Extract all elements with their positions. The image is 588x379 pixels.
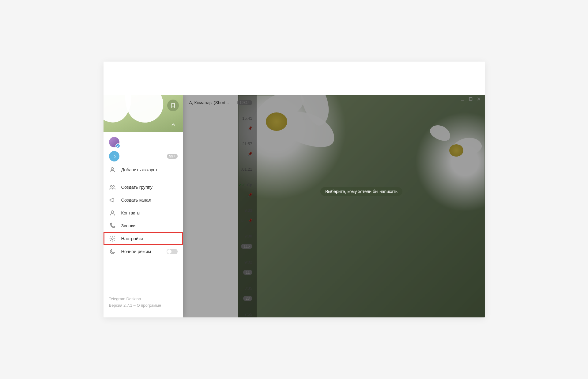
night-mode-toggle-row[interactable]: Ночной режим [104, 245, 183, 258]
drawer-header [104, 95, 183, 132]
titlebar-blank [104, 62, 485, 95]
svg-point-5 [110, 186, 112, 188]
window-controls [458, 95, 483, 103]
svg-point-8 [111, 238, 113, 240]
app-name: Telegram Desktop [109, 296, 178, 302]
menu-label: Настройки [121, 236, 143, 241]
gear-icon [109, 235, 116, 242]
avatar [109, 137, 119, 147]
accounts-section: D 99+ Добавить аккаунт [104, 132, 183, 178]
close-button[interactable] [477, 97, 481, 101]
collapse-accounts-button[interactable] [170, 122, 176, 129]
menu-label: Создать группу [121, 185, 153, 190]
version-line[interactable]: Версия 2.7.1 – О программе [109, 302, 178, 309]
avatar: D [109, 151, 119, 161]
night-mode-toggle[interactable] [167, 249, 178, 254]
megaphone-icon [109, 197, 116, 203]
menu-label: Звонки [121, 223, 136, 228]
svg-point-7 [111, 211, 113, 213]
hamburger-drawer: D 99+ Добавить аккаунт [104, 95, 183, 317]
avatar-initial: D [112, 154, 116, 159]
svg-point-4 [111, 168, 113, 170]
chat-main-area: Выберите, кому хотели бы написать [238, 95, 485, 317]
group-icon [109, 184, 116, 191]
active-account-check-icon [115, 143, 120, 148]
empty-chat-placeholder: Выберите, кому хотели бы написать [320, 187, 402, 196]
drawer-footer: Telegram Desktop Версия 2.7.1 – О програ… [104, 292, 183, 317]
person-add-icon [109, 166, 116, 173]
menu-label: Создать канал [121, 198, 151, 203]
moon-icon [109, 248, 116, 255]
menu-label: Контакты [121, 210, 141, 215]
svg-point-6 [112, 186, 114, 188]
contacts-button[interactable]: Контакты [104, 207, 183, 219]
main-dim-overlay [238, 95, 485, 317]
new-channel-button[interactable]: Создать канал [104, 194, 183, 207]
add-account-button[interactable]: Добавить аккаунт [104, 163, 183, 176]
chat-list-column: D 99+ Добавить аккаунт [104, 95, 238, 317]
drawer-menu: Создать группу Создать канал Контакты [104, 178, 183, 260]
svg-rect-1 [469, 98, 472, 100]
calls-button[interactable]: Звонки [104, 219, 183, 232]
saved-messages-button[interactable] [167, 100, 179, 111]
settings-button[interactable]: Настройки [104, 232, 183, 245]
minimize-button[interactable] [461, 97, 465, 101]
maximize-button[interactable] [469, 97, 473, 101]
unread-badge: 99+ [167, 154, 177, 159]
account-row-1[interactable] [104, 135, 183, 149]
phone-icon [109, 222, 116, 229]
menu-label: Ночной режим [121, 249, 151, 254]
new-group-button[interactable]: Создать группу [104, 181, 183, 194]
account-row-2[interactable]: D 99+ [104, 149, 183, 163]
person-icon [109, 210, 116, 216]
menu-label: Добавить аккаунт [121, 167, 158, 172]
app-window: D 99+ Добавить аккаунт [104, 62, 485, 317]
